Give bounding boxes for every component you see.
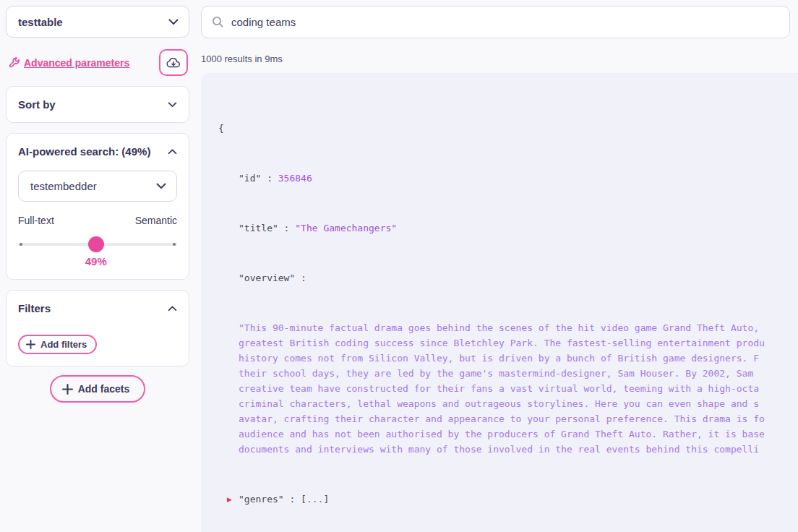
chevron-up-icon: [168, 306, 177, 312]
json-key: "id" :: [239, 173, 278, 184]
advanced-parameters-label: Advanced parameters: [24, 57, 129, 69]
json-field-overview-key: "overview" :: [218, 270, 798, 286]
json-value: "The Gamechangers": [295, 223, 397, 233]
main-content: 1000 results in 9ms { "id" : 356846 "tit…: [195, 0, 798, 532]
ai-search-header[interactable]: AI-powered search: (49%): [18, 145, 177, 158]
sidebar: testtable Advanced parameters Sort by: [0, 0, 195, 532]
semantic-ratio-value: 49%: [80, 255, 112, 267]
chevron-up-icon: [168, 149, 177, 155]
embedder-dropdown[interactable]: testembedder: [18, 171, 177, 202]
add-facets-button[interactable]: Add facets: [50, 375, 146, 403]
ai-search-panel: AI-powered search: (49%) testembedder Fu…: [6, 133, 189, 280]
json-value: 356846: [278, 173, 312, 184]
bracket: [: [301, 494, 306, 505]
full-text-label: Full-text: [18, 215, 54, 226]
add-facets-label: Add facets: [78, 383, 130, 395]
add-facets-row: Add facets: [6, 375, 189, 403]
index-dropdown-value: testtable: [18, 16, 63, 28]
expand-arrow-icon[interactable]: ▶: [227, 492, 239, 507]
advanced-parameters-row: Advanced parameters: [6, 49, 189, 76]
json-key: "title" :: [239, 223, 295, 233]
advanced-parameters-link[interactable]: Advanced parameters: [9, 57, 129, 69]
collapsed-dots: ...: [306, 494, 323, 505]
slider-min-dot: [20, 243, 22, 246]
add-filters-button[interactable]: Add filters: [18, 335, 97, 354]
add-filters-label: Add filters: [40, 339, 87, 350]
json-field-id: "id" : 356846: [218, 171, 798, 186]
slider-thumb[interactable]: [88, 236, 104, 252]
json-overview-text: "This 90-minute factual drama goes behin…: [218, 320, 798, 457]
chevron-down-icon: [168, 102, 177, 108]
json-key: "genres" :: [239, 494, 301, 505]
sort-by-panel: Sort by: [6, 86, 189, 123]
semantic-label: Semantic: [135, 215, 177, 226]
json-open-brace: {: [218, 121, 798, 136]
embedder-dropdown-value: testembedder: [30, 180, 97, 192]
semantic-ratio-labels: Full-text Semantic: [18, 215, 177, 226]
semantic-ratio-slider[interactable]: [18, 236, 177, 252]
sort-by-title: Sort by: [18, 98, 56, 111]
cloud-download-button[interactable]: [159, 49, 188, 76]
chevron-down-icon: [168, 19, 179, 25]
index-dropdown[interactable]: testtable: [6, 6, 189, 38]
result-card: { "id" : 356846 "title" : "The Gamechang…: [201, 73, 798, 532]
plus-icon: [62, 384, 73, 395]
json-field-title: "title" : "The Gamechangers": [218, 220, 798, 236]
search-icon: [212, 16, 224, 28]
filters-header[interactable]: Filters: [18, 302, 177, 314]
ai-search-title: AI-powered search: (49%): [18, 145, 150, 158]
bracket: ]: [323, 494, 329, 505]
search-bar: [201, 6, 790, 38]
filters-title: Filters: [18, 302, 51, 314]
app-window: testtable Advanced parameters Sort by: [0, 0, 798, 532]
filters-panel: Filters Add filters: [6, 290, 189, 366]
sort-by-header[interactable]: Sort by: [18, 98, 177, 111]
results-info: 1000 results in 9ms: [201, 53, 798, 64]
search-input[interactable]: [231, 16, 779, 28]
wrench-icon: [9, 57, 20, 68]
plus-icon: [26, 340, 35, 349]
slider-max-dot: [173, 243, 176, 246]
chevron-down-icon: [156, 183, 166, 189]
json-field-genres[interactable]: ▶"genres" : [...]: [218, 492, 798, 507]
json-document: { "id" : 356846 "title" : "The Gamechang…: [201, 90, 798, 532]
cloud-download-icon: [166, 57, 181, 69]
